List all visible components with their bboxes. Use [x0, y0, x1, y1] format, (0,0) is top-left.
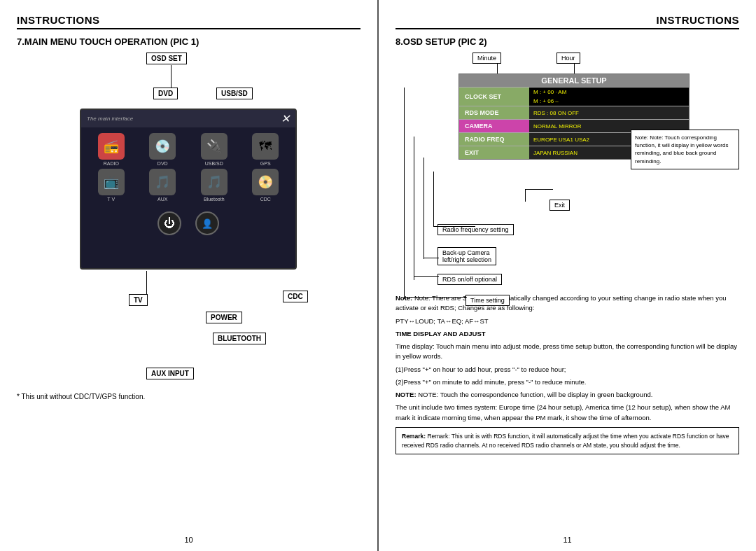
osd-diagram: Minute Hour GENERAL SETUP CLOCK SET M : …	[396, 53, 739, 291]
screen-icons-grid: 📻 RADIO 💿 DVD 🔌 USB/SD 🗺 GPS	[81, 127, 295, 207]
exit-label: Exit	[550, 200, 570, 211]
aux-input-label: AUX INPUT	[146, 368, 194, 379]
osd-set-label: OSD SET	[146, 53, 187, 64]
gs-label-camera: CAMERA	[459, 120, 529, 132]
gs-header: GENERAL SETUP	[459, 74, 689, 87]
power-button-icon: ⏻	[158, 211, 181, 235]
left-page: INSTRUCTIONS 7.MAIN MENU TOUCH OPERATION…	[0, 0, 379, 551]
gs-value-clock: M : + 00 · AM M : + 06 –	[529, 88, 689, 106]
cdc-label: CDC	[283, 291, 308, 302]
press2: (2)Press "+" on minute to add minute, pr…	[396, 377, 739, 387]
x-icon: ✕	[281, 112, 290, 125]
note-text: Note: Touch corresponding function, it w…	[635, 134, 728, 165]
left-page-num: 10	[184, 536, 192, 544]
manual-spread: INSTRUCTIONS 7.MAIN MENU TOUCH OPERATION…	[0, 0, 756, 551]
left-page-title: INSTRUCTIONS	[17, 14, 360, 29]
time-include: The unit include two times system: Europ…	[396, 403, 739, 423]
right-page: INSTRUCTIONS 8.OSD SETUP (PIC 2) Minute …	[379, 0, 756, 551]
gs-label-radio-freq: RADIO FREQ	[459, 133, 529, 146]
remark-text: Remark: This unit is with RDS function, …	[402, 433, 729, 449]
note2: NOTE: NOTE: Touch the correspondence fun…	[396, 390, 739, 400]
dvd-label: DVD	[153, 88, 178, 99]
icon-bluetooth: 🎵 Bluetooth	[190, 169, 239, 202]
left-diagram: OSD SET DVD USB/SD RADIO GPS The main in…	[17, 53, 360, 389]
time-display-title: TIME DISPLAY AND ADJUST	[396, 329, 739, 339]
time-display-text: Time display: Touch main menu into adjus…	[396, 342, 739, 362]
footnote: * This unit without CDC/TV/GPS function.	[17, 393, 360, 400]
gs-row-clock: CLOCK SET M : + 00 · AM M : + 06 –	[459, 87, 689, 106]
right-page-num: 11	[563, 536, 571, 544]
note-box: Note: Note: Touch corresponding function…	[631, 130, 739, 169]
hour-label: Hour	[556, 53, 580, 64]
icon-cdc: 📀 CDC	[241, 169, 290, 202]
icon-gps: 🗺 GPS	[241, 133, 290, 166]
time-setting-label: Time setting	[465, 295, 510, 306]
minute-label: Minute	[472, 53, 501, 64]
usb-sd-label: USB/SD	[216, 88, 253, 99]
gs-label-rds: RDS MODE	[459, 106, 529, 119]
remark-box: Remark: Remark: This unit is with RDS fu…	[396, 427, 739, 455]
icon-tv: 📺 T V	[87, 169, 136, 202]
icon-usb: 🔌 USB/SD	[190, 133, 239, 166]
gs-value-rds: RDS : 08 ON OFF	[529, 106, 689, 119]
right-page-title: INSTRUCTIONS	[396, 14, 739, 29]
icon-radio: 📻 RADIO	[87, 133, 136, 166]
tv-label: TV	[129, 294, 148, 306]
gs-label-clock: CLOCK SET	[459, 88, 529, 106]
user-icon: 👤	[195, 211, 219, 235]
press1: (1)Press "+" on hour to add hour, press …	[396, 365, 739, 375]
main-menu-screen: The main interface ✕ 📻 RADIO 💿 DVD 🔌 USB…	[80, 109, 297, 270]
power-row: ⏻ 👤	[81, 207, 295, 239]
right-section-title: 8.OSD SETUP (PIC 2)	[396, 36, 739, 47]
backup-camera-label: Back-up Camera left/right selection	[438, 247, 496, 265]
icon-dvd: 💿 DVD	[139, 133, 188, 166]
rds-optional-label: RDS on/off optional	[438, 274, 502, 285]
power-label: POWER	[206, 312, 242, 323]
text-section: Note: Note: There are 3 buttons automati…	[396, 293, 739, 454]
gs-label-exit: EXIT	[459, 146, 529, 159]
screen-header: The main interface ✕	[81, 110, 295, 127]
icon-aux: 🎵 AUX	[139, 169, 188, 202]
gs-row-rds: RDS MODE RDS : 08 ON OFF	[459, 106, 689, 119]
bluetooth-label: BLUETOOTH	[213, 333, 266, 344]
left-section-title: 7.MAIN MENU TOUCH OPERATION (PIC 1)	[17, 36, 360, 47]
pty-line: PTY↔LOUD; TA↔EQ; AF↔ST	[396, 316, 739, 326]
